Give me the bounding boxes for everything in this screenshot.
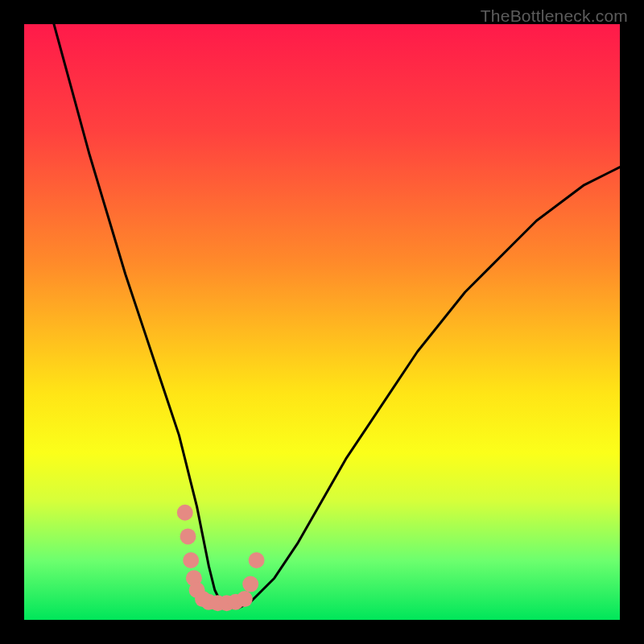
marker-dot xyxy=(242,576,258,592)
watermark-text: TheBottleneck.com xyxy=(481,6,628,26)
plot-area xyxy=(24,24,620,620)
marker-dot xyxy=(237,591,253,607)
marker-dot xyxy=(177,505,193,521)
marker-dot xyxy=(180,528,196,544)
marker-dot xyxy=(249,552,265,568)
marker-dot xyxy=(183,552,199,568)
chart-frame: TheBottleneck.com xyxy=(0,0,644,644)
chart-svg xyxy=(24,24,620,620)
gradient-background xyxy=(24,24,620,620)
